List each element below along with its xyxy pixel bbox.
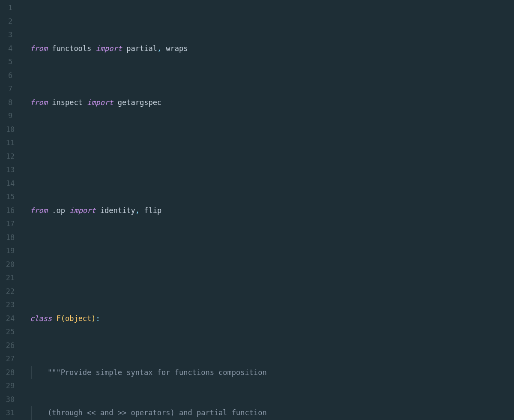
line-number: 25 bbox=[0, 325, 21, 339]
import-name: wraps bbox=[166, 44, 188, 53]
docstring-text: """Provide simple syntax for functions c… bbox=[30, 368, 267, 377]
line-number: 3 bbox=[0, 28, 21, 42]
line-number: 29 bbox=[0, 379, 21, 393]
keyword-from: from bbox=[30, 44, 48, 53]
line-number: 10 bbox=[0, 123, 21, 137]
line-number: 18 bbox=[0, 231, 21, 245]
line-number: 7 bbox=[0, 82, 21, 96]
code-line[interactable]: from .op import identity, flip bbox=[30, 204, 355, 218]
line-number-gutter: 1234567891011121314151617181920212223242… bbox=[0, 1, 21, 420]
code-line[interactable]: (through << and >> operators) and partia… bbox=[30, 406, 355, 420]
code-line[interactable]: from inspect import getargspec bbox=[30, 96, 355, 110]
line-number: 6 bbox=[0, 69, 21, 83]
line-number: 13 bbox=[0, 163, 21, 177]
class-name: F bbox=[56, 314, 60, 323]
code-line[interactable]: from functools import partial, wraps bbox=[30, 42, 355, 56]
line-number: 4 bbox=[0, 42, 21, 56]
code-area[interactable]: from functools import partial, wraps fro… bbox=[21, 1, 355, 420]
line-number: 17 bbox=[0, 217, 21, 231]
line-number: 1 bbox=[0, 1, 21, 15]
line-number: 15 bbox=[0, 190, 21, 204]
base-class: object bbox=[65, 314, 91, 323]
line-number: 23 bbox=[0, 298, 21, 312]
line-number: 16 bbox=[0, 204, 21, 218]
keyword-import: import bbox=[91, 44, 126, 53]
code-editor[interactable]: 1234567891011121314151617181920212223242… bbox=[0, 0, 514, 420]
line-number: 11 bbox=[0, 136, 21, 150]
line-number: 22 bbox=[0, 285, 21, 299]
code-line[interactable] bbox=[30, 258, 355, 272]
keyword-class: class bbox=[30, 314, 56, 323]
code-line[interactable]: """Provide simple syntax for functions c… bbox=[30, 366, 355, 380]
line-number: 5 bbox=[0, 55, 21, 69]
line-number: 21 bbox=[0, 271, 21, 285]
line-number: 30 bbox=[0, 393, 21, 407]
line-number: 27 bbox=[0, 352, 21, 366]
line-number: 31 bbox=[0, 406, 21, 420]
line-number: 2 bbox=[0, 15, 21, 29]
line-number: 14 bbox=[0, 177, 21, 191]
line-number: 28 bbox=[0, 366, 21, 380]
line-number: 12 bbox=[0, 150, 21, 164]
module-name: functools bbox=[52, 44, 91, 53]
code-line[interactable]: class F(object): bbox=[30, 312, 355, 326]
line-number: 19 bbox=[0, 244, 21, 258]
line-number: 20 bbox=[0, 258, 21, 272]
line-number: 8 bbox=[0, 96, 21, 110]
line-number: 26 bbox=[0, 339, 21, 353]
code-line[interactable] bbox=[30, 150, 355, 164]
line-number: 24 bbox=[0, 312, 21, 326]
import-name: partial bbox=[126, 44, 157, 53]
line-number: 9 bbox=[0, 109, 21, 123]
